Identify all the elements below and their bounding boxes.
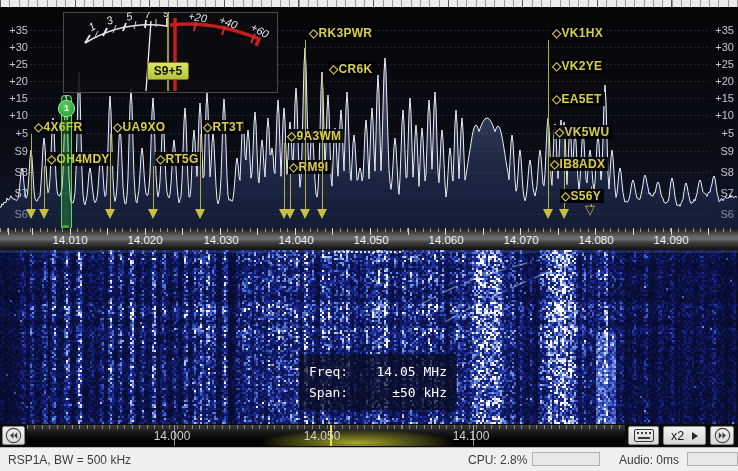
spot-label-s56y[interactable]: ◇S56Y xyxy=(560,189,604,203)
spot-line xyxy=(31,134,32,209)
freq-label: 14.090 xyxy=(653,234,688,246)
passband-marker-dots xyxy=(334,251,402,253)
spot-arrow[interactable] xyxy=(105,209,115,219)
db-axis-label: +10 xyxy=(708,109,734,121)
frequency-scale-minor-ticks xyxy=(0,228,738,232)
double-right-arrows-icon xyxy=(714,427,731,444)
spot-label-rt5g[interactable]: ◇RT5G xyxy=(155,152,202,166)
scroll-right-button[interactable] xyxy=(710,426,734,445)
zoom-button[interactable]: x2 xyxy=(663,426,706,445)
db-axis-label: S8 xyxy=(2,166,28,178)
spot-label-rk3pwr[interactable]: ◇RK3PWR xyxy=(308,26,375,40)
sdr-console-window: +35+30+25+20+15+10+5S9S8S7S6 +35+30+25+2… xyxy=(0,0,738,471)
spot-arrow[interactable] xyxy=(195,209,205,219)
db-axis-label: +25 xyxy=(708,58,734,70)
waterfall-panel[interactable]: Freq: 14.05 MHz Span: ±50 kHz xyxy=(0,250,738,424)
s-meter: 1 3 5 7 9 +20 +40 +60 xyxy=(63,12,278,93)
double-left-arrows-icon xyxy=(5,427,22,444)
spot-label-oh4mdy[interactable]: ◇OH4MDY xyxy=(46,152,113,166)
freq-label: 14.070 xyxy=(503,234,538,246)
s-meter-reading: S9+5 xyxy=(147,62,189,80)
spot-line xyxy=(290,174,291,209)
db-axis-label: +5 xyxy=(708,127,734,139)
audio-latency-label: Audio: 0ms xyxy=(619,453,679,467)
db-axis-label: +15 xyxy=(708,92,734,104)
vfo-marker-centerline xyxy=(65,98,66,229)
spot-label-rt3t[interactable]: ◇RT3T xyxy=(202,120,247,134)
db-axis-label: S7 xyxy=(2,187,28,199)
spot-arrow[interactable] xyxy=(39,209,49,219)
status-bar: RSP1A, BW = 500 kHz CPU: 2.8% Audio: 0ms xyxy=(0,447,738,471)
spot-arrow[interactable] xyxy=(26,209,36,219)
spot-label-ib8adx[interactable]: ◇IB8ADX xyxy=(549,157,608,171)
audio-progress-bar xyxy=(687,452,738,466)
db-axis-label: +25 xyxy=(2,58,28,70)
spot-label-9a3wm[interactable]: ◇9A3WM xyxy=(286,129,344,143)
freq-label: 14.080 xyxy=(578,234,613,246)
spot-line xyxy=(548,40,549,209)
spot-line xyxy=(110,134,111,209)
db-axis-label: +35 xyxy=(2,24,28,36)
spot-label-rm9i[interactable]: ◇RM9I xyxy=(288,160,331,174)
db-axis-label: +5 xyxy=(2,127,28,139)
spot-label-vk2ye[interactable]: ◇VK2YE xyxy=(551,59,605,73)
spot-line xyxy=(200,134,201,209)
spot-label-ea5et[interactable]: ◇EA5ET xyxy=(551,92,605,106)
spot-arrow[interactable] xyxy=(543,209,553,219)
nav-freq-label: 14.000 xyxy=(154,429,191,443)
nav-freq-label: 14.100 xyxy=(453,429,490,443)
freq-label: 14.040 xyxy=(278,234,313,246)
db-axis-label: S7 xyxy=(708,187,734,199)
db-axis-label: +20 xyxy=(708,75,734,87)
cpu-progress-bar xyxy=(532,452,600,466)
db-axis-label: +20 xyxy=(2,75,28,87)
spot-arrow[interactable] xyxy=(300,209,310,219)
navigator-strip[interactable]: 14.00014.05014.100 xyxy=(27,425,625,446)
spot-arrow[interactable] xyxy=(285,209,295,219)
spectrum-panel[interactable]: +35+30+25+20+15+10+5S9S8S7S6 +35+30+25+2… xyxy=(0,7,738,228)
db-axis-label: +10 xyxy=(2,109,28,121)
spot-line xyxy=(322,76,323,209)
frequency-scale[interactable]: 14.01014.02014.03014.04014.05014.06014.0… xyxy=(0,228,738,250)
spot-arrow[interactable] xyxy=(317,209,327,219)
overlay-span-value: ±50 kHz xyxy=(392,382,447,403)
nav-freq-label: 14.050 xyxy=(304,429,341,443)
zoom-button-label: x2 xyxy=(671,429,684,443)
overlay-freq-value: 14.05 MHz xyxy=(377,361,447,382)
freq-label: 14.060 xyxy=(428,234,463,246)
vfo-badge[interactable]: 1 xyxy=(58,100,75,117)
spot-label-cr6k[interactable]: ◇CR6K xyxy=(328,62,375,76)
vfo-marker[interactable]: 1 xyxy=(61,95,72,232)
spot-arrow[interactable] xyxy=(559,209,569,219)
spot-label-vk5wu[interactable]: ◇VK5WU xyxy=(554,125,612,139)
spot-arrow[interactable] xyxy=(148,209,158,219)
spot-label-4x6fr[interactable]: ◇4X6FR xyxy=(33,120,85,134)
overlay-span-label: Span: xyxy=(309,382,348,403)
db-axis-label: +30 xyxy=(708,41,734,53)
top-ruler xyxy=(0,0,738,7)
keyboard-icon xyxy=(634,429,654,442)
spot-arrow-hollow[interactable]: ▽ xyxy=(585,203,595,216)
right-triangle-icon xyxy=(692,432,698,440)
scroll-left-button[interactable] xyxy=(2,426,25,445)
device-info: RSP1A, BW = 500 kHz xyxy=(8,453,131,467)
spot-label-vk1hx[interactable]: ◇VK1HX xyxy=(551,26,606,40)
spot-label-ua9xo[interactable]: ◇UA9XO xyxy=(112,120,168,134)
overlay-freq-label: Freq: xyxy=(309,361,348,382)
db-axis-label: S8 xyxy=(708,166,734,178)
db-axis-label: +35 xyxy=(708,24,734,36)
db-axis-label: +15 xyxy=(2,92,28,104)
spot-line xyxy=(153,166,154,209)
freq-label: 14.030 xyxy=(203,234,238,246)
db-axis-label: S6 xyxy=(2,208,28,220)
db-axis-label: S6 xyxy=(708,208,734,220)
db-axis-label: S9 xyxy=(708,145,734,157)
keyboard-button[interactable] xyxy=(628,426,659,445)
db-axis-label: +30 xyxy=(2,41,28,53)
spot-line xyxy=(305,40,306,209)
band-navigator: 14.00014.05014.100 x2 xyxy=(0,424,738,447)
spot-line xyxy=(44,166,45,209)
freq-span-overlay: Freq: 14.05 MHz Span: ±50 kHz xyxy=(299,354,457,410)
cpu-usage-label: CPU: 2.8% xyxy=(468,453,527,467)
freq-label: 14.050 xyxy=(353,234,388,246)
